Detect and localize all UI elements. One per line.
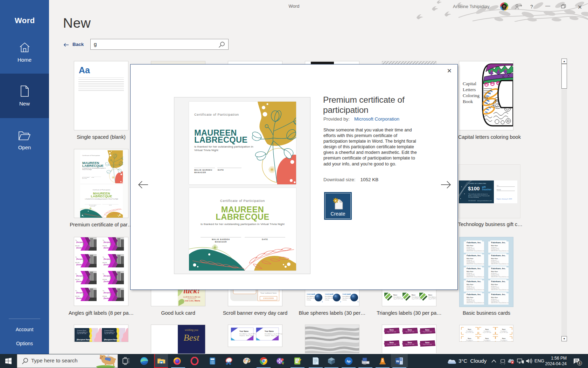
svg-text:W: W	[396, 359, 399, 363]
svg-text:[Sender]: [Sender]	[76, 247, 83, 249]
svg-text:hp: hp	[347, 360, 351, 363]
svg-text:FROM:: FROM:	[75, 245, 80, 247]
svg-text:so all the luv to offer you: so all the luv to offer you	[183, 296, 201, 298]
svg-text:Love Lots, Maria: Love Lots, Maria	[183, 300, 200, 302]
svg-text:[Recipient]: [Recipient]	[76, 241, 85, 243]
svg-text:To:: To:	[75, 239, 77, 241]
